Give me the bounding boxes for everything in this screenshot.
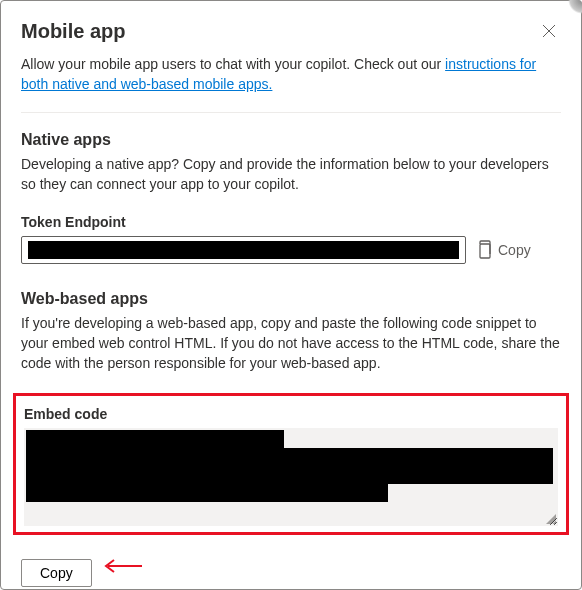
copy-icon	[476, 240, 492, 260]
close-button[interactable]	[537, 19, 561, 43]
annotation-arrow-icon	[102, 559, 142, 576]
web-apps-desc: If you're developing a web-based app, co…	[21, 314, 561, 373]
token-endpoint-label: Token Endpoint	[21, 214, 561, 230]
dialog-header: Mobile app	[21, 19, 561, 43]
intro-prefix: Allow your mobile app users to chat with…	[21, 56, 445, 72]
native-apps-title: Native apps	[21, 131, 561, 149]
embed-highlight-box: Embed code	[13, 393, 569, 535]
redacted-token	[28, 241, 459, 259]
copy-embed-button[interactable]: Copy	[21, 559, 92, 587]
resize-grip-icon[interactable]	[546, 514, 556, 524]
token-endpoint-input[interactable]	[21, 236, 466, 264]
native-apps-desc: Developing a native app? Copy and provid…	[21, 155, 561, 194]
embed-code-label: Embed code	[24, 406, 558, 422]
copy-token-button[interactable]: Copy	[476, 240, 531, 260]
close-icon	[542, 24, 556, 38]
web-apps-title: Web-based apps	[21, 290, 561, 308]
mobile-app-dialog: Mobile app Allow your mobile app users t…	[0, 0, 582, 590]
copy-row: Copy	[21, 547, 561, 587]
intro-text: Allow your mobile app users to chat with…	[21, 55, 561, 94]
divider	[21, 112, 561, 113]
redacted-embed-line	[26, 430, 284, 448]
redacted-embed-line	[26, 448, 553, 484]
embed-code-textarea[interactable]	[24, 428, 558, 526]
copy-token-label: Copy	[498, 242, 531, 258]
token-row: Copy	[21, 236, 561, 264]
dialog-title: Mobile app	[21, 20, 125, 43]
corner-decoration	[568, 0, 582, 14]
svg-rect-2	[480, 244, 490, 258]
redacted-embed-line	[26, 484, 388, 502]
